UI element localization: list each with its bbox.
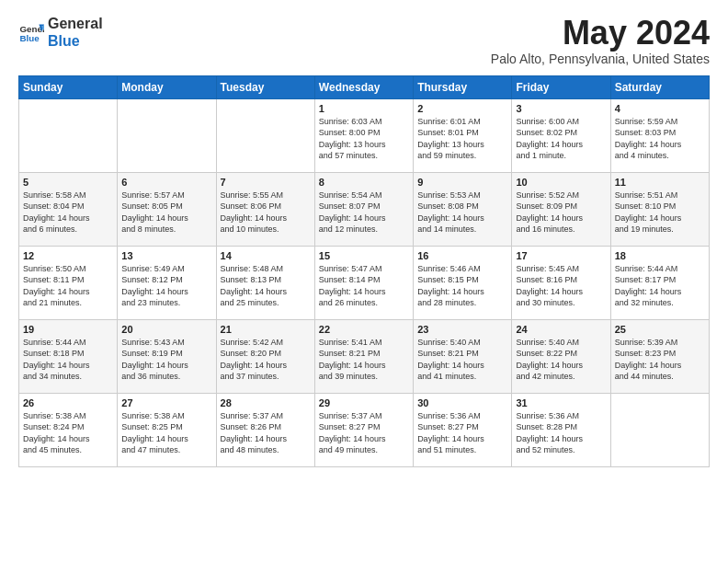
day-number: 6 [121,177,211,188]
day-info: Sunrise: 5:59 AM Sunset: 8:03 PM Dayligh… [615,116,705,162]
header-tuesday: Tuesday [216,75,314,98]
calendar-cell: 21Sunrise: 5:42 AM Sunset: 8:20 PM Dayli… [216,319,314,393]
calendar-cell: 17Sunrise: 5:45 AM Sunset: 8:16 PM Dayli… [512,246,610,319]
day-number: 30 [417,397,507,408]
calendar-cell [216,98,314,172]
day-info: Sunrise: 5:37 AM Sunset: 8:27 PM Dayligh… [319,410,409,456]
calendar-cell: 10Sunrise: 5:52 AM Sunset: 8:09 PM Dayli… [512,172,610,246]
day-number: 28 [221,397,311,408]
day-number: 19 [23,324,113,335]
calendar-cell: 14Sunrise: 5:48 AM Sunset: 8:13 PM Dayli… [216,246,314,319]
logo: General Blue General Blue [18,15,103,50]
calendar-cell: 12Sunrise: 5:50 AM Sunset: 8:11 PM Dayli… [19,246,118,319]
day-number: 20 [121,324,211,335]
week-row-3: 12Sunrise: 5:50 AM Sunset: 8:11 PM Dayli… [19,246,710,319]
logo-icon: General Blue [18,19,44,45]
day-info: Sunrise: 5:44 AM Sunset: 8:18 PM Dayligh… [23,337,113,383]
calendar-cell: 13Sunrise: 5:49 AM Sunset: 8:12 PM Dayli… [118,246,216,319]
day-number: 18 [615,250,705,261]
day-info: Sunrise: 5:41 AM Sunset: 8:21 PM Dayligh… [319,337,409,383]
main-title: May 2024 [491,15,710,52]
calendar-cell: 25Sunrise: 5:39 AM Sunset: 8:23 PM Dayli… [610,319,709,393]
day-info: Sunrise: 5:42 AM Sunset: 8:20 PM Dayligh… [221,337,311,383]
calendar-cell: 22Sunrise: 5:41 AM Sunset: 8:21 PM Dayli… [314,319,413,393]
day-number: 25 [615,324,705,335]
day-number: 16 [417,250,507,261]
calendar-cell: 24Sunrise: 5:40 AM Sunset: 8:22 PM Dayli… [512,319,610,393]
day-info: Sunrise: 5:38 AM Sunset: 8:25 PM Dayligh… [121,410,211,456]
day-info: Sunrise: 5:47 AM Sunset: 8:14 PM Dayligh… [319,263,409,309]
calendar-cell [19,98,118,172]
day-number: 23 [417,324,507,335]
header-monday: Monday [118,75,216,98]
title-block: May 2024 Palo Alto, Pennsylvania, United… [491,15,710,66]
calendar-cell: 8Sunrise: 5:54 AM Sunset: 8:07 PM Daylig… [314,172,413,246]
day-number: 21 [221,324,311,335]
day-number: 1 [319,103,409,114]
day-info: Sunrise: 5:46 AM Sunset: 8:15 PM Dayligh… [417,263,507,309]
calendar-cell: 29Sunrise: 5:37 AM Sunset: 8:27 PM Dayli… [314,393,413,466]
day-info: Sunrise: 5:40 AM Sunset: 8:22 PM Dayligh… [516,337,606,383]
calendar-cell [118,98,216,172]
logo-line2: Blue [48,32,103,50]
calendar-cell: 28Sunrise: 5:37 AM Sunset: 8:26 PM Dayli… [216,393,314,466]
header-friday: Friday [512,75,610,98]
calendar-cell: 30Sunrise: 5:36 AM Sunset: 8:27 PM Dayli… [414,393,512,466]
day-number: 4 [615,103,705,114]
calendar-cell: 31Sunrise: 5:36 AM Sunset: 8:28 PM Dayli… [512,393,610,466]
page: General Blue General Blue May 2024 Palo … [0,0,728,563]
header-saturday: Saturday [610,75,709,98]
calendar-cell: 26Sunrise: 5:38 AM Sunset: 8:24 PM Dayli… [19,393,118,466]
day-number: 5 [23,177,113,188]
calendar-cell: 18Sunrise: 5:44 AM Sunset: 8:17 PM Dayli… [610,246,709,319]
calendar-cell: 6Sunrise: 5:57 AM Sunset: 8:05 PM Daylig… [118,172,216,246]
day-number: 9 [417,177,507,188]
day-info: Sunrise: 5:38 AM Sunset: 8:24 PM Dayligh… [23,410,113,456]
day-info: Sunrise: 5:36 AM Sunset: 8:28 PM Dayligh… [516,410,606,456]
calendar-cell: 16Sunrise: 5:46 AM Sunset: 8:15 PM Dayli… [414,246,512,319]
svg-text:Blue: Blue [19,33,40,43]
day-info: Sunrise: 5:53 AM Sunset: 8:08 PM Dayligh… [417,190,507,236]
day-info: Sunrise: 5:49 AM Sunset: 8:12 PM Dayligh… [121,263,211,309]
day-number: 15 [319,250,409,261]
calendar-cell: 7Sunrise: 5:55 AM Sunset: 8:06 PM Daylig… [216,172,314,246]
week-row-5: 26Sunrise: 5:38 AM Sunset: 8:24 PM Dayli… [19,393,710,466]
calendar-cell: 1Sunrise: 6:03 AM Sunset: 8:00 PM Daylig… [314,98,413,172]
day-info: Sunrise: 5:39 AM Sunset: 8:23 PM Dayligh… [615,337,705,383]
day-number: 27 [121,397,211,408]
calendar-cell: 9Sunrise: 5:53 AM Sunset: 8:08 PM Daylig… [414,172,512,246]
header-sunday: Sunday [19,75,118,98]
week-row-2: 5Sunrise: 5:58 AM Sunset: 8:04 PM Daylig… [19,172,710,246]
calendar-cell [610,393,709,466]
week-row-1: 1Sunrise: 6:03 AM Sunset: 8:00 PM Daylig… [19,98,710,172]
day-number: 7 [221,177,311,188]
day-number: 10 [516,177,606,188]
day-info: Sunrise: 5:40 AM Sunset: 8:21 PM Dayligh… [417,337,507,383]
calendar-cell: 4Sunrise: 5:59 AM Sunset: 8:03 PM Daylig… [610,98,709,172]
day-info: Sunrise: 5:37 AM Sunset: 8:26 PM Dayligh… [221,410,311,456]
calendar-cell: 15Sunrise: 5:47 AM Sunset: 8:14 PM Dayli… [314,246,413,319]
day-number: 3 [516,103,606,114]
calendar-cell: 2Sunrise: 6:01 AM Sunset: 8:01 PM Daylig… [414,98,512,172]
calendar-cell: 20Sunrise: 5:43 AM Sunset: 8:19 PM Dayli… [118,319,216,393]
day-number: 8 [319,177,409,188]
day-info: Sunrise: 5:44 AM Sunset: 8:17 PM Dayligh… [615,263,705,309]
header-row: SundayMondayTuesdayWednesdayThursdayFrid… [19,75,710,98]
day-info: Sunrise: 6:00 AM Sunset: 8:02 PM Dayligh… [516,116,606,162]
logo-line1: General [48,15,103,32]
day-info: Sunrise: 5:54 AM Sunset: 8:07 PM Dayligh… [319,190,409,236]
day-number: 31 [516,397,606,408]
day-info: Sunrise: 5:57 AM Sunset: 8:05 PM Dayligh… [121,190,211,236]
day-info: Sunrise: 5:45 AM Sunset: 8:16 PM Dayligh… [516,263,606,309]
day-info: Sunrise: 5:52 AM Sunset: 8:09 PM Dayligh… [516,190,606,236]
day-number: 11 [615,177,705,188]
calendar-cell: 19Sunrise: 5:44 AM Sunset: 8:18 PM Dayli… [19,319,118,393]
calendar-cell: 3Sunrise: 6:00 AM Sunset: 8:02 PM Daylig… [512,98,610,172]
day-info: Sunrise: 6:01 AM Sunset: 8:01 PM Dayligh… [417,116,507,162]
header-thursday: Thursday [414,75,512,98]
subtitle: Palo Alto, Pennsylvania, United States [491,52,710,66]
header: General Blue General Blue May 2024 Palo … [18,15,710,66]
day-info: Sunrise: 5:58 AM Sunset: 8:04 PM Dayligh… [23,190,113,236]
day-info: Sunrise: 5:36 AM Sunset: 8:27 PM Dayligh… [417,410,507,456]
calendar-table: SundayMondayTuesdayWednesdayThursdayFrid… [18,75,710,467]
